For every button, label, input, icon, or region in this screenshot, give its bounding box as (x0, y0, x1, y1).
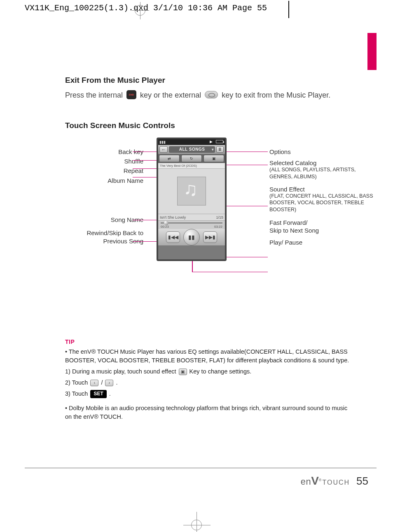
progress-row[interactable]: 00:23 03:22 (158, 221, 225, 229)
leader (192, 272, 268, 273)
callout-shuffle: Shuffle (65, 158, 143, 165)
text: Press the internal (65, 91, 125, 99)
section-title-controls: Touch Screen Music Controls (65, 121, 353, 130)
text: ® (319, 478, 322, 482)
callout-ffwd: Fast Forward/ Skip to Next Song (269, 219, 377, 235)
callout-repeat: Repeat (65, 167, 143, 174)
text: Sound Effect (269, 186, 305, 193)
text: 3) Touch (65, 390, 89, 397)
back-button[interactable]: ← (159, 146, 168, 153)
tip-bullet-dolby: • Dolby Mobile is an audio processing te… (65, 404, 353, 421)
leader (133, 177, 160, 178)
song-info-row: Isn't She Lovely 1/15 (158, 214, 225, 221)
left-callouts: Back key Shuffle Repeat Album Name Song … (65, 148, 143, 247)
repeat-button[interactable]: ↻ (181, 155, 202, 162)
left-key-icon: ‹ (90, 380, 98, 386)
options-button[interactable]: ≣ (216, 146, 224, 153)
text: 1) During a music play, touch sound effe… (65, 368, 178, 375)
callout-song: Song Name (65, 216, 143, 223)
callout-album: Album Name (65, 177, 143, 184)
section-title-exit: Exit From the Music Player (65, 76, 353, 85)
callout-play: Play/ Pause (269, 239, 377, 246)
phone-mockup: ▮▮▮ ▶ ← ALL SONGS ≣ ⇄ ↻ ▣ The Very Best … (157, 138, 227, 261)
callout-catalog: Selected Catalog (ALL SONGS, PLAYLISTS, … (269, 159, 377, 180)
text: Fast Forward/ (269, 219, 308, 226)
text: 2) Touch (65, 379, 89, 386)
text: . (116, 379, 118, 386)
registration-mark-top (135, 5, 145, 16)
footer-rule (25, 467, 377, 469)
transport-controls: ▮◀◀ ▮▮ ▶▶▮ (158, 229, 225, 245)
text: (ALL SONGS, PLAYLISTS, ARTISTS, GENRES, … (269, 166, 377, 180)
text: Rewind/Skip Back to (87, 229, 143, 236)
text: Skip to Next Song (269, 227, 319, 234)
tip-step-2: 2) Touch ‹ / › . (65, 378, 353, 387)
text: Selected Catalog (269, 159, 316, 166)
leader (133, 220, 160, 221)
time-total: 03:22 (214, 225, 222, 229)
track-index: 1/15 (216, 214, 223, 220)
tip-step-3: 3) Touch SET . (65, 390, 353, 398)
registration-mark-bottom (191, 520, 202, 530)
catalog-title[interactable]: ALL SONGS (169, 146, 215, 153)
music-note-icon (177, 177, 206, 205)
text: (FLAT, CONCERT HALL, CLASSICAL, BASS BOO… (269, 193, 377, 213)
status-bar: ▮▮▮ ▶ (158, 139, 225, 145)
tip-label: TIP (65, 338, 353, 345)
brand-logo: enV®TOUCH (301, 474, 350, 488)
end-key-icon: END (126, 90, 136, 99)
crop-header: VX11K_Eng_100225(1.3).qxd 3/1/10 10:36 A… (25, 3, 267, 13)
shuffle-button[interactable]: ⇄ (159, 155, 180, 162)
text: TOUCH (322, 479, 350, 486)
tip-bullet-eq: • The enV® TOUCH Music Player has variou… (65, 348, 353, 365)
controls-diagram: Back key Shuffle Repeat Album Name Song … (65, 138, 353, 302)
album-name: The Very Best Of (2CDS) (158, 163, 225, 169)
callout-back: Back key (65, 148, 143, 155)
callout-sound: Sound Effect (FLAT, CONCERT HALL, CLASSI… (269, 186, 377, 213)
page-content: Exit From the Music Player Press the int… (65, 76, 353, 424)
tip-step-1: 1) During a music play, touch sound effe… (65, 367, 353, 376)
previous-button[interactable]: ▮◀◀ (166, 231, 180, 243)
song-name: Isn't She Lovely (160, 214, 186, 220)
crop-edge-mark (288, 1, 289, 18)
section-color-tab (367, 33, 377, 70)
next-button[interactable]: ▶▶▮ (203, 231, 217, 243)
text: V (311, 474, 319, 487)
text: key to exit from the Music Player. (222, 91, 330, 99)
tip-section: TIP • The enV® TOUCH Music Player has va… (65, 338, 353, 421)
page-number: 55 (356, 475, 368, 488)
time-elapsed: 00:23 (161, 225, 169, 229)
set-key-icon: SET (90, 390, 106, 398)
callout-options: Options (269, 148, 377, 155)
signal-icon: ▮▮▮ (159, 140, 166, 144)
title-bar: ← ALL SONGS ≣ (158, 145, 225, 154)
effects-bar: ⇄ ↻ ▣ (158, 154, 225, 163)
play-pause-button[interactable]: ▮▮ (183, 229, 200, 245)
exit-instructions: Press the internal END key or the extern… (65, 90, 353, 101)
right-key-icon: › (105, 380, 113, 386)
text: en (301, 476, 311, 487)
external-key-icon (205, 91, 218, 98)
callout-rewind: Rewind/Skip Back to Previous Song (65, 229, 143, 245)
right-callouts: Options Selected Catalog (ALL SONGS, PLA… (269, 148, 377, 248)
sound-effect-button[interactable]: ▣ (204, 155, 224, 162)
battery-icon (216, 140, 223, 143)
text: Key to change settings. (189, 368, 252, 375)
album-art (158, 169, 225, 214)
play-indicator-icon: ▶ (210, 140, 213, 144)
progress-track (161, 222, 222, 224)
text: / (101, 379, 104, 386)
text: key or the external (140, 91, 203, 99)
sound-effect-key-icon: ▣ (179, 369, 187, 375)
page-footer: enV®TOUCH 55 (301, 474, 368, 488)
leader (222, 152, 268, 152)
text: . (109, 390, 111, 397)
